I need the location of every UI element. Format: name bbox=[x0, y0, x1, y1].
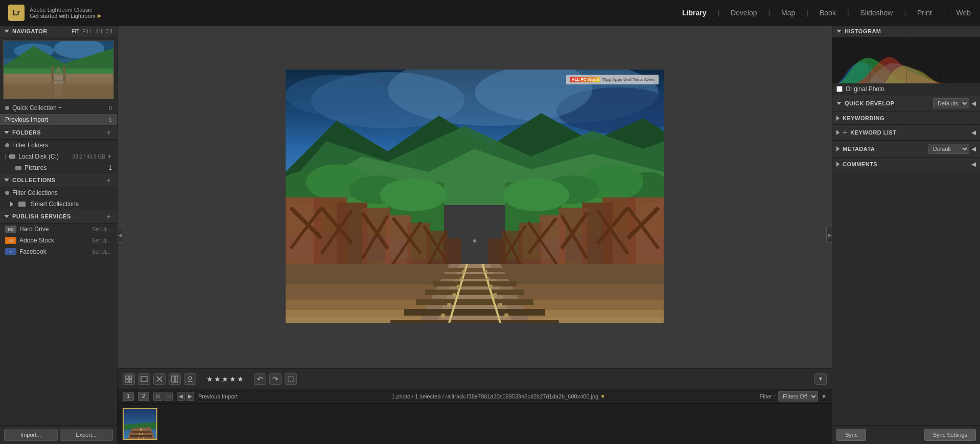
original-photo-checkbox[interactable] bbox=[836, 86, 843, 92]
lr-logo: Lr bbox=[8, 5, 25, 21]
nav-print[interactable]: Print bbox=[916, 7, 933, 19]
nav-slideshow[interactable]: Slideshow bbox=[859, 7, 894, 19]
import-button[interactable]: Import... bbox=[4, 429, 58, 441]
sync-button[interactable]: Sync bbox=[836, 429, 866, 441]
facebook-setup[interactable]: Set Up... bbox=[92, 249, 112, 255]
quick-develop-header[interactable]: Quick Develop Defaults ◀ bbox=[832, 95, 980, 112]
star-4[interactable]: ★ bbox=[229, 375, 236, 383]
toolbar-dropdown[interactable]: ▼ bbox=[814, 373, 827, 385]
histogram-collapse-icon bbox=[836, 30, 842, 33]
star-1[interactable]: ★ bbox=[206, 375, 213, 383]
original-photo-label: Original Photo bbox=[846, 85, 884, 93]
collapse-left-panel[interactable]: ◀ bbox=[117, 227, 123, 243]
next-arrow[interactable]: ▶ bbox=[186, 392, 194, 401]
collapse-right-panel[interactable]: ▶ bbox=[826, 227, 832, 243]
main-image: ALL PC World Tipp Apps Und Tests Awev bbox=[286, 70, 664, 324]
svg-point-98 bbox=[457, 285, 460, 288]
stock-badge: AS bbox=[5, 237, 16, 244]
main-image-container[interactable]: ALL PC World Tipp Apps Und Tests Awev bbox=[118, 26, 832, 368]
view-fill[interactable]: FILL bbox=[82, 29, 92, 34]
filmstrip-thumb-1[interactable] bbox=[123, 408, 157, 440]
svg-marker-5 bbox=[4, 69, 113, 74]
nav-web[interactable]: Web bbox=[955, 7, 972, 19]
metadata-header[interactable]: Metadata Default ◀ bbox=[832, 141, 980, 157]
nav-map[interactable]: Map bbox=[780, 7, 796, 19]
nav-develop[interactable]: Develop bbox=[730, 7, 758, 19]
publish-facebook[interactable]: f Facebook Set Up... bbox=[0, 246, 117, 257]
folders-add-button[interactable]: + bbox=[105, 128, 113, 137]
status-left: 1 2 ⊞ ▭ ◀ ▶ Previous Import bbox=[123, 392, 238, 401]
grid-view-button[interactable] bbox=[123, 373, 135, 385]
svg-rect-85 bbox=[433, 281, 517, 286]
svg-point-96 bbox=[460, 277, 463, 280]
catalog-previous-import[interactable]: Previous Import 1 bbox=[0, 114, 117, 126]
metadata-collapse-btn[interactable]: ◀ bbox=[971, 145, 976, 152]
star-2[interactable]: ★ bbox=[214, 375, 221, 383]
disk-usage-text: 33.2 / 49.5 GB bbox=[73, 154, 106, 160]
comments-collapse-btn[interactable]: ◀ bbox=[971, 161, 976, 168]
collections-collapse-icon bbox=[4, 179, 9, 182]
grid-btn-single[interactable]: ▭ bbox=[164, 392, 173, 401]
rotate-right-button[interactable]: ↷ bbox=[269, 373, 282, 385]
photo-path-expand[interactable]: ▼ bbox=[600, 393, 605, 399]
publish-add-button[interactable]: + bbox=[105, 212, 113, 220]
nav-library[interactable]: Library bbox=[681, 7, 707, 19]
view-1to1[interactable]: 1:1 bbox=[96, 29, 103, 34]
crop-overlay-button[interactable] bbox=[285, 373, 297, 385]
sync-bar: Sync Sync Settings bbox=[832, 425, 980, 444]
keyword-list-header[interactable]: + Keyword List ◀ bbox=[832, 125, 980, 140]
collections-header[interactable]: Collections + bbox=[0, 173, 117, 187]
navigator-thumb[interactable] bbox=[3, 40, 114, 99]
status-num-2[interactable]: 2 bbox=[138, 392, 149, 401]
navigator-preview[interactable] bbox=[0, 37, 117, 102]
keyword-list-add[interactable]: + bbox=[843, 128, 847, 137]
filter-folders-row[interactable]: Filter Folders bbox=[0, 140, 117, 151]
rotate-left-button[interactable]: ↶ bbox=[254, 373, 266, 385]
filter-select[interactable]: Filters Off bbox=[778, 391, 818, 402]
metadata-title: Metadata bbox=[843, 146, 875, 152]
pictures-folder-row[interactable]: Pictures 1 bbox=[0, 162, 117, 173]
local-disk-row[interactable]: i Local Disk (C:) 33.2 / 49.5 GB ▼ bbox=[0, 151, 117, 162]
comments-header[interactable]: Comments ◀ bbox=[832, 158, 980, 171]
adobe-stock-setup[interactable]: Set Up... bbox=[92, 238, 112, 243]
keyword-list-collapse[interactable]: ◀ bbox=[971, 129, 976, 136]
histogram-header[interactable]: Histogram bbox=[832, 26, 980, 37]
star-3[interactable]: ★ bbox=[222, 375, 228, 383]
adobe-stock-label: Adobe Stock bbox=[19, 237, 54, 244]
status-right: Filter : Filters Off ▼ bbox=[760, 391, 827, 402]
people-view-button[interactable] bbox=[184, 373, 196, 385]
rating-stars[interactable]: ★ ★ ★ ★ ★ bbox=[206, 375, 244, 383]
metadata-preset-select[interactable]: Default bbox=[928, 144, 969, 154]
quick-develop-preset[interactable]: Defaults bbox=[933, 98, 969, 108]
survey-view-button[interactable] bbox=[169, 373, 181, 385]
view-fit[interactable]: FIT bbox=[72, 29, 79, 34]
pictures-folder-icon bbox=[15, 166, 21, 170]
loupe-view-button[interactable] bbox=[138, 373, 150, 385]
publish-services-header[interactable]: Publish Services + bbox=[0, 210, 117, 224]
prev-arrow[interactable]: ◀ bbox=[177, 392, 185, 401]
publish-hard-drive[interactable]: HD Hard Drive Set Up... bbox=[0, 224, 117, 235]
folders-header[interactable]: Folders + bbox=[0, 126, 117, 140]
collections-add-button[interactable]: + bbox=[105, 176, 113, 184]
view-3to1[interactable]: 3:1 bbox=[106, 29, 113, 34]
export-button[interactable]: Export... bbox=[60, 429, 113, 441]
nav-book[interactable]: Book bbox=[819, 7, 837, 19]
status-num-1[interactable]: 1 bbox=[123, 392, 134, 401]
smart-collections-row[interactable]: Smart Collections bbox=[0, 198, 117, 210]
navigator-header[interactable]: Navigator FIT FILL 1:1 3:1 bbox=[0, 26, 117, 37]
filter-collections-row[interactable]: Filter Collections bbox=[0, 187, 117, 198]
folders-title: Folders bbox=[12, 129, 41, 136]
svg-point-37 bbox=[503, 179, 569, 211]
publish-adobe-stock[interactable]: AS Adobe Stock Set Up... bbox=[0, 235, 117, 246]
star-5[interactable]: ★ bbox=[237, 375, 244, 383]
quick-develop-collapse[interactable]: ◀ bbox=[971, 100, 976, 107]
hard-drive-setup[interactable]: Set Up... bbox=[92, 227, 112, 232]
toolbar-view-buttons: ★ ★ ★ ★ ★ ↶ ↷ bbox=[123, 373, 297, 385]
sync-settings-button[interactable]: Sync Settings bbox=[924, 429, 976, 441]
grid-btn-4[interactable]: ⊞ bbox=[153, 392, 162, 401]
catalog-quick-collection[interactable]: Quick Collection + 0 bbox=[0, 102, 117, 114]
keywording-header[interactable]: Keywording bbox=[832, 112, 980, 124]
compare-view-button[interactable] bbox=[153, 373, 166, 385]
publish-collapse-icon bbox=[4, 215, 9, 218]
toolbar-right: ▼ bbox=[814, 373, 827, 385]
